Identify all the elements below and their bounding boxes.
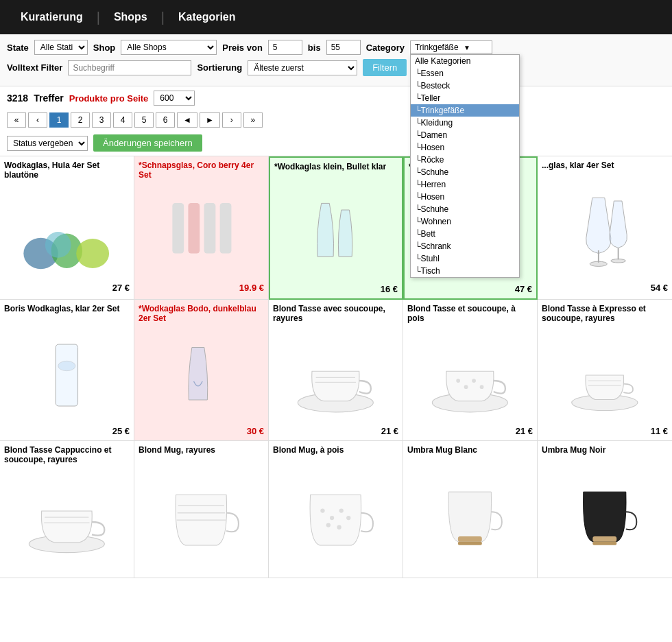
filter-row-2: Volltext Filter Sortierung Älteste zuers… — [7, 59, 665, 76]
nav-kategorien[interactable]: Kategorien — [165, 11, 250, 23]
page-3[interactable]: 3 — [92, 112, 111, 128]
chevron-down-icon: ▼ — [464, 44, 470, 51]
save-button[interactable]: Änderungen speichern — [93, 134, 202, 152]
page-last[interactable]: » — [243, 112, 263, 128]
product-card-5: ...glas, klar 4er Set 54 € — [538, 156, 672, 300]
cat-wohnen[interactable]: └Wohnen — [411, 215, 519, 228]
cat-teller[interactable]: └Teller — [411, 92, 519, 104]
product-title-8: Blond Tasse avec soucoupe, rayures — [273, 304, 398, 324]
cat-hosen-h[interactable]: └Hosen — [411, 191, 519, 203]
product-img-11 — [4, 468, 130, 564]
cat-hosen-d[interactable]: └Hosen — [411, 141, 519, 154]
preis-von-label: Preis von — [222, 43, 263, 53]
svg-rect-7 — [220, 203, 232, 254]
svg-point-2 — [76, 239, 109, 268]
page-prev-arr[interactable]: ◄ — [177, 112, 197, 128]
filter-button[interactable]: Filtern — [363, 59, 407, 76]
product-card-11: Blond Tasse Cappuccino et soucoupe, rayu… — [0, 441, 134, 578]
preis-von-input[interactable] — [268, 40, 302, 55]
nav-kuratierung[interactable]: Kuratierung — [7, 11, 97, 23]
cat-trinkgefaesse[interactable]: └Trinkgefäße — [411, 104, 519, 117]
page-4[interactable]: 4 — [113, 112, 132, 128]
product-img-13 — [273, 468, 398, 564]
product-card-14: Umbra Mug Blanc — [403, 441, 538, 578]
pagination: « ‹ 1 2 3 4 5 6 ◄ ► › » — [0, 110, 672, 130]
product-card-13: Blond Mug, à pois — [269, 441, 403, 578]
svg-rect-39 — [458, 536, 482, 542]
product-card-3: *Wodkaglas klein, Bullet klar 16 € — [269, 156, 403, 300]
product-title-15: Umbra Mug Noir — [542, 445, 668, 466]
svg-point-15 — [58, 361, 75, 370]
product-title-12: Blond Mug, rayures — [139, 445, 264, 466]
category-display[interactable]: Trinkgefäße ▼ — [410, 40, 492, 54]
svg-rect-42 — [593, 542, 617, 545]
shop-select[interactable]: Alle Shops — [121, 40, 217, 55]
cat-schuhe-d[interactable]: └Schuhe — [411, 166, 519, 178]
cat-alle[interactable]: Alle Kategorien — [411, 55, 519, 67]
category-value: Trinkgefäße — [415, 43, 459, 52]
product-title-2: *Schnapsglas, Coro berry 4er Set — [139, 160, 264, 181]
svg-point-38 — [337, 525, 341, 530]
per-page-select[interactable]: 600 100 200 — [154, 91, 195, 106]
product-title-1: Wodkaglas, Hula 4er Set blautöne — [4, 160, 130, 181]
cat-bett[interactable]: └Bett — [411, 228, 519, 240]
page-2[interactable]: 2 — [71, 112, 90, 128]
cat-damen[interactable]: └Damen — [411, 129, 519, 141]
cat-kleidung[interactable]: └Kleidung — [411, 117, 519, 129]
cat-essen[interactable]: └Essen — [411, 67, 519, 80]
product-price-7: 30 € — [139, 426, 264, 436]
category-dropdown: Alle Kategorien └Essen └Besteck └Teller … — [410, 54, 520, 278]
product-price-1: 27 € — [4, 283, 130, 293]
svg-point-37 — [326, 523, 331, 527]
product-price-3: 16 € — [274, 284, 398, 294]
product-img-1 — [4, 184, 130, 280]
preis-bis-input[interactable] — [326, 40, 361, 55]
product-img-14 — [407, 468, 533, 564]
cat-schrank[interactable]: └Schrank — [411, 240, 519, 252]
product-title-7: *Wodkaglas Bodo, dunkelblau 2er Set — [139, 304, 264, 324]
svg-point-13 — [611, 259, 626, 263]
filter-row-1: State Alle Stati Aktiv Inaktiv Shop Alle… — [7, 40, 665, 55]
status-select[interactable]: Status vergeben Aktiv Inaktiv — [7, 136, 88, 151]
product-img-12 — [139, 468, 264, 564]
page-next-next[interactable]: › — [222, 112, 241, 128]
volltext-label: Volltext Filter — [7, 62, 62, 73]
results-bar: 3218 Treffer Produkte pro Seite 600 100 … — [0, 86, 672, 110]
svg-rect-6 — [204, 203, 216, 254]
nav-shops[interactable]: Shops — [100, 11, 161, 23]
cat-herren[interactable]: └Herren — [411, 178, 519, 191]
product-img-10 — [542, 327, 668, 423]
state-select[interactable]: Alle Stati Aktiv Inaktiv — [34, 40, 88, 55]
product-card-2: *Schnapsglas, Coro berry 4er Set 19.9 € — [134, 156, 269, 300]
product-card-8: Blond Tasse avec soucoupe, rayures 21 € — [269, 300, 403, 441]
page-prev-prev[interactable]: ‹ — [28, 112, 47, 128]
product-card-15: Umbra Mug Noir — [538, 441, 672, 578]
page-5[interactable]: 5 — [134, 112, 154, 128]
product-price-6: 25 € — [4, 426, 130, 436]
product-card-9: Blond Tasse et soucoupe, à pois 21 € — [403, 300, 538, 441]
cat-schuhe-h[interactable]: └Schuhe — [411, 203, 519, 215]
product-title-9: Blond Tasse et soucoupe, à pois — [407, 304, 533, 324]
svg-point-23 — [480, 385, 484, 389]
cat-tisch[interactable]: └Tisch — [411, 265, 519, 277]
product-price-9: 21 € — [407, 426, 533, 436]
svg-point-33 — [320, 508, 324, 512]
page-next-arr[interactable]: ► — [200, 112, 220, 128]
volltext-input[interactable] — [68, 60, 191, 75]
product-card-10: Blond Tasse à Expresso et soucoupe, rayu… — [538, 300, 672, 441]
cat-stuhl[interactable]: └Stuhl — [411, 252, 519, 265]
sortierung-select[interactable]: Älteste zuerst Neueste zuerst Preis aufs… — [248, 60, 357, 75]
page-6[interactable]: 6 — [156, 112, 175, 128]
cat-besteck[interactable]: └Besteck — [411, 80, 519, 92]
product-card-6: Boris Wodkaglas, klar 2er Set 25 € — [0, 300, 134, 441]
product-price-2: 19.9 € — [139, 283, 264, 293]
page-1[interactable]: 1 — [49, 112, 69, 128]
product-price-8: 21 € — [273, 426, 398, 436]
product-price-5: 54 € — [542, 283, 668, 293]
svg-rect-14 — [56, 344, 77, 406]
page-first[interactable]: « — [7, 112, 26, 128]
category-select-wrapper[interactable]: Trinkgefäße ▼ Alle Kategorien └Essen └Be… — [410, 40, 492, 54]
svg-point-3 — [45, 232, 71, 258]
product-title-10: Blond Tasse à Expresso et soucoupe, rayu… — [542, 304, 668, 324]
cat-rocke[interactable]: └Röcke — [411, 154, 519, 166]
